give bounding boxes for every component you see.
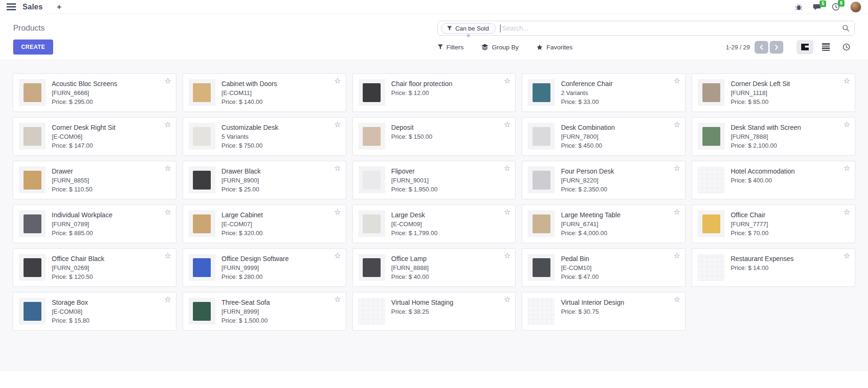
product-card[interactable]: Office Chair [FURN_7777] Price: $ 70.00 … bbox=[692, 205, 855, 243]
product-card-text: Cabinet with Doors [E-COM11] Price: $ 14… bbox=[222, 79, 287, 106]
product-card[interactable]: Office Lamp [FURN_8888] Price: $ 40.00 ☆ bbox=[352, 248, 516, 287]
favorite-star-icon[interactable]: ☆ bbox=[334, 77, 341, 85]
product-subtitle: [FURN_6666] bbox=[52, 88, 127, 97]
favorite-star-icon[interactable]: ☆ bbox=[674, 121, 680, 128]
product-card[interactable]: Pedal Bin [E-COM10] Price: $ 47.00 ☆ bbox=[522, 248, 685, 287]
pager-previous-button[interactable] bbox=[755, 41, 768, 54]
favorite-star-icon[interactable]: ☆ bbox=[844, 121, 850, 128]
product-card[interactable]: Four Person Desk [FURN_8220] Price: $ 2,… bbox=[522, 161, 685, 199]
product-card[interactable]: Flipover [FURN_9001] Price: $ 1,950.00 ☆ bbox=[352, 161, 516, 199]
product-card[interactable]: Corner Desk Right Sit [E-COM06] Price: $… bbox=[13, 117, 176, 156]
create-button[interactable]: CREATE bbox=[13, 40, 53, 55]
product-card[interactable]: Drawer [FURN_8855] Price: $ 110.50 ☆ bbox=[13, 161, 176, 199]
product-card[interactable]: Large Desk [E-COM09] Price: $ 1,799.00 ☆ bbox=[352, 205, 516, 243]
product-name: Restaurant Expenses bbox=[731, 254, 804, 263]
product-subtitle: [FURN_8855] bbox=[52, 176, 92, 185]
activity-view-button[interactable] bbox=[838, 40, 855, 54]
favorite-star-icon[interactable]: ☆ bbox=[334, 296, 341, 303]
kanban-view-button[interactable] bbox=[796, 40, 813, 54]
app-name[interactable]: Sales bbox=[23, 3, 43, 11]
favorite-star-icon[interactable]: ☆ bbox=[844, 208, 850, 216]
group-by-button[interactable]: Group By bbox=[481, 44, 518, 51]
debug-bug-icon[interactable] bbox=[795, 3, 803, 11]
favorite-star-icon[interactable]: ☆ bbox=[334, 252, 341, 260]
favorite-star-icon[interactable]: ☆ bbox=[504, 252, 510, 260]
product-name: Customizable Desk bbox=[222, 123, 289, 132]
favorite-star-icon[interactable]: ☆ bbox=[334, 165, 341, 172]
product-thumbnail bbox=[528, 210, 555, 237]
product-card-text: Restaurant Expenses Price: $ 14.00 bbox=[731, 254, 804, 281]
user-avatar[interactable] bbox=[850, 1, 861, 13]
product-name: Drawer bbox=[52, 167, 92, 176]
favorite-star-icon[interactable]: ☆ bbox=[504, 296, 510, 303]
product-card[interactable]: Three-Seat Sofa [FURN_8999] Price: $ 1,5… bbox=[183, 292, 346, 331]
search-icon[interactable] bbox=[842, 24, 850, 32]
favorite-star-icon[interactable]: ☆ bbox=[164, 208, 171, 216]
messages-icon[interactable]: 5 bbox=[813, 3, 821, 11]
product-card[interactable]: Desk Combination [FURN_7800] Price: $ 45… bbox=[522, 117, 685, 156]
favorite-star-icon[interactable]: ☆ bbox=[164, 296, 171, 303]
product-subtitle: [FURN_0269] bbox=[52, 263, 115, 272]
favorite-star-icon[interactable]: ☆ bbox=[504, 77, 510, 85]
product-thumbnail bbox=[698, 166, 725, 193]
product-card[interactable]: Hotel Accommodation Price: $ 400.00 ☆ bbox=[692, 161, 855, 199]
favorite-star-icon[interactable]: ☆ bbox=[504, 165, 510, 172]
product-card[interactable]: Acoustic Bloc Screens [FURN_6666] Price:… bbox=[13, 73, 176, 112]
favorite-star-icon[interactable]: ☆ bbox=[334, 208, 341, 216]
favorite-star-icon[interactable]: ☆ bbox=[674, 165, 680, 172]
product-card[interactable]: Deposit Price: $ 150.00 ☆ bbox=[352, 117, 516, 156]
product-card[interactable]: Storage Box [E-COM08] Price: $ 15.80 ☆ bbox=[13, 292, 176, 331]
pager-next-button[interactable] bbox=[770, 41, 783, 54]
product-card[interactable]: Conference Chair 2 Variants Price: $ 33.… bbox=[522, 73, 685, 112]
product-card-text: Office Lamp [FURN_8888] Price: $ 40.00 bbox=[391, 254, 437, 281]
favorite-star-icon[interactable]: ☆ bbox=[674, 252, 680, 260]
product-card[interactable]: Customizable Desk 5 Variants Price: $ 75… bbox=[183, 117, 346, 156]
product-card[interactable]: Restaurant Expenses Price: $ 14.00 ☆ bbox=[692, 248, 855, 287]
product-name: Virtual Home Staging bbox=[391, 298, 464, 307]
product-card-text: Office Chair Black [FURN_0269] Price: $ … bbox=[52, 254, 115, 281]
favorite-star-icon[interactable]: ☆ bbox=[504, 121, 510, 128]
search-input[interactable] bbox=[502, 24, 842, 32]
favorite-star-icon[interactable]: ☆ bbox=[844, 77, 850, 85]
product-card[interactable]: Virtual Home Staging Price: $ 38.25 ☆ bbox=[352, 292, 516, 331]
activities-clock-icon[interactable]: 6 bbox=[832, 3, 840, 11]
product-card[interactable]: Large Cabinet [E-COM07] Price: $ 320.00 … bbox=[183, 205, 346, 243]
favorite-star-icon[interactable]: ☆ bbox=[504, 208, 510, 216]
pager-value[interactable]: 1-29 / 29 bbox=[726, 44, 750, 51]
product-card[interactable]: Virtual Interior Design Price: $ 30.75 ☆ bbox=[522, 292, 685, 331]
favorite-star-icon[interactable]: ☆ bbox=[844, 165, 850, 172]
favorite-star-icon[interactable]: ☆ bbox=[674, 77, 680, 85]
product-card[interactable]: Office Chair Black [FURN_0269] Price: $ … bbox=[13, 248, 176, 287]
favorite-star-icon[interactable]: ☆ bbox=[164, 121, 171, 128]
facet-remove-icon[interactable]: × bbox=[467, 33, 470, 39]
product-thumbnail bbox=[358, 210, 385, 237]
product-thumbnail bbox=[358, 123, 385, 150]
favorite-star-icon[interactable]: ☆ bbox=[164, 165, 171, 172]
product-card[interactable]: Cabinet with Doors [E-COM11] Price: $ 14… bbox=[183, 73, 346, 112]
product-card[interactable]: Large Meeting Table [FURN_6741] Price: $… bbox=[522, 205, 685, 243]
favorite-star-icon[interactable]: ☆ bbox=[844, 252, 850, 260]
filters-button[interactable]: Filters bbox=[438, 44, 464, 51]
product-card[interactable]: Chair floor protection Price: $ 12.00 ☆ bbox=[352, 73, 516, 112]
list-view-button[interactable] bbox=[817, 40, 834, 54]
product-card[interactable]: Individual Workplace [FURN_0789] Price: … bbox=[13, 205, 176, 243]
product-card[interactable]: Office Design Software [FURN_9999] Price… bbox=[183, 248, 346, 287]
favorite-star-icon[interactable]: ☆ bbox=[674, 296, 680, 303]
favorite-star-icon[interactable]: ☆ bbox=[164, 77, 171, 85]
plus-icon[interactable]: + bbox=[57, 3, 62, 11]
favorite-star-icon[interactable]: ☆ bbox=[334, 121, 341, 128]
product-name: Corner Desk Right Sit bbox=[52, 123, 126, 132]
search-box[interactable]: Can be Sold × bbox=[438, 21, 855, 36]
favorite-star-icon[interactable]: ☆ bbox=[164, 252, 171, 260]
product-price: Price: $ 85.00 bbox=[731, 97, 800, 106]
favorite-star-icon[interactable]: ☆ bbox=[674, 208, 680, 216]
favorites-button[interactable]: Favorites bbox=[536, 44, 573, 51]
product-name: Drawer Black bbox=[222, 167, 271, 176]
product-subtitle: [FURN_8888] bbox=[391, 263, 437, 272]
product-card-text: Large Meeting Table [FURN_6741] Price: $… bbox=[561, 210, 631, 238]
product-price: Price: $ 2,100.00 bbox=[731, 141, 811, 150]
product-card[interactable]: Drawer Black [FURN_8900] Price: $ 25.00 … bbox=[183, 161, 346, 199]
apps-menu-icon[interactable] bbox=[7, 3, 16, 10]
product-card[interactable]: Desk Stand with Screen [FURN_7888] Price… bbox=[692, 117, 855, 156]
product-card[interactable]: Corner Desk Left Sit [FURN_1118] Price: … bbox=[692, 73, 855, 112]
